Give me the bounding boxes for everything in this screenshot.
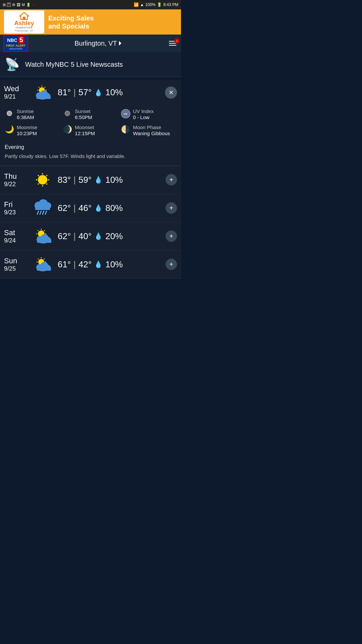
ad-text: Exciting Salesand Specials: [48, 14, 94, 30]
uv-value: 0 - Low: [133, 114, 154, 120]
tower-icon: 📡: [5, 57, 20, 71]
forecast-precip: 80%: [105, 203, 123, 213]
evening-title: Evening: [5, 143, 176, 151]
day-name-wed: Wed: [4, 85, 27, 93]
forecast-day-name: Fri: [4, 200, 27, 209]
expanded-day-header: Wed 9/21: [0, 80, 181, 105]
signal-icon: ▲: [140, 2, 144, 7]
channel-number: 5: [18, 36, 24, 44]
forecast-drop-icon: 💧: [94, 232, 103, 240]
forecast-row-9-24[interactable]: Sat 9/24 62° |: [0, 222, 181, 251]
app-header: NBC 5 FIRST ALERT WEATHER Burlington, VT…: [0, 35, 181, 52]
forecast-temp-sep: |: [73, 259, 76, 270]
weather-container: Wed 9/21: [0, 80, 181, 279]
sunset-detail: Sunset 6:50PM: [63, 108, 118, 120]
house-icon: [19, 12, 29, 20]
forecast-drop-icon: 💧: [94, 204, 103, 212]
sunrise-value: 6:38AM: [17, 114, 34, 120]
svg-point-19: [65, 111, 69, 115]
forecast-temp-low: 40°: [78, 231, 92, 241]
forecast-day-label: Sun 9/25: [4, 257, 27, 272]
moonrise-text: Moonrise 10:23PM: [17, 124, 38, 137]
moonrise-label: Moonrise: [17, 124, 38, 130]
forecast-weather-icon: [31, 199, 54, 217]
expanded-day-wed: Wed 9/21: [0, 80, 181, 166]
forecast-precip: 10%: [105, 259, 123, 270]
svg-rect-51: [37, 239, 51, 243]
battery-percent: 100%: [145, 2, 156, 7]
moonrise-icon: 🌙: [5, 125, 14, 134]
x-icon: ✕: [32, 3, 35, 7]
forecast-weather-icon: [31, 227, 54, 246]
forecast-drop-icon: 💧: [94, 176, 103, 184]
forecast-temp-high: 61°: [58, 259, 71, 270]
forecast-day-date: 9/23: [4, 209, 27, 216]
expand-day-button[interactable]: +: [166, 230, 177, 242]
svg-line-36: [43, 211, 44, 214]
expand-day-button[interactable]: +: [166, 202, 177, 214]
moon-phase-text: Moon Phase Waning Gibbous: [133, 124, 170, 137]
forecast-list: Thu 9/22 83° | 59° 💧 10% +: [0, 166, 181, 279]
ad-banner[interactable]: Ashley HOMESTORE Plattsburgh, NY Excitin…: [0, 9, 181, 35]
expanded-day-temps: 81° | 57° 💧 10%: [58, 87, 162, 98]
expanded-day-label: Wed 9/21: [4, 85, 27, 100]
location-dropdown-icon[interactable]: [119, 41, 121, 46]
temp-sep-wed: |: [73, 87, 76, 98]
forecast-temp-sep: |: [73, 175, 76, 185]
ad-brand-sub: HOMESTORE: [15, 26, 33, 29]
sunset-value: 6:50PM: [75, 114, 92, 120]
forecast-day-name: Sun: [4, 257, 27, 265]
weather-icon-wed: [31, 83, 54, 102]
svg-line-44: [44, 230, 45, 231]
image-icon: 🖼: [17, 3, 20, 7]
uv-icon: UV: [121, 109, 130, 118]
live-news-banner[interactable]: 📡 Watch MyNBC 5 Live Newscasts: [0, 52, 181, 77]
menu-button[interactable]: 1: [168, 40, 178, 47]
usb-icon: ⚙: [12, 3, 15, 7]
svg-line-43: [38, 230, 38, 231]
forecast-row-9-25[interactable]: Sun 9/25 61° |: [0, 251, 181, 279]
close-expanded-button[interactable]: ✕: [165, 87, 177, 99]
svg-point-17: [7, 111, 11, 115]
nbc-label: NBC: [7, 38, 17, 43]
location-display[interactable]: Burlington, VT: [74, 40, 121, 47]
svg-line-25: [38, 175, 39, 176]
expand-day-button[interactable]: +: [166, 259, 177, 270]
uv-circle: UV: [121, 109, 130, 118]
temp-low-wed: 57°: [78, 87, 92, 98]
moon-phase-value: Waning Gibbous: [133, 130, 170, 137]
status-icons: ⊞ 🅃 ⚙ 🖼 M 🔋 ✕: [3, 3, 35, 7]
svg-line-35: [40, 211, 41, 214]
svg-line-28: [46, 183, 47, 184]
forecast-weather-icon: [31, 171, 54, 189]
expand-day-button[interactable]: +: [166, 174, 177, 185]
evening-text: Partly cloudy skies. Low 57F. Winds ligh…: [5, 153, 176, 160]
forecast-day-date: 9/25: [4, 265, 27, 272]
day-detail-grid: Sunrise 6:38AM Sunset 6:50PM: [0, 105, 181, 141]
sunset-icon: [63, 109, 72, 120]
add-icon: ⊞: [3, 3, 6, 7]
svg-rect-1: [23, 17, 25, 19]
svg-line-8: [44, 87, 45, 88]
partly-cloudy-svg: [32, 84, 54, 101]
moonset-text: Moonset 12:15PM: [75, 124, 95, 137]
svg-line-26: [46, 175, 47, 176]
moon-phase-label: Moon Phase: [133, 124, 170, 130]
forecast-temps: 62° | 40° 💧 20%: [58, 231, 162, 241]
status-right-icons: 📶 ▲ 100% 🔋 8:43 PM: [134, 2, 178, 7]
forecast-temp-low: 59°: [78, 175, 92, 185]
moonset-detail: 🌒 Moonset 12:15PM: [63, 124, 118, 137]
forecast-day-name: Sat: [4, 228, 27, 237]
moonset-value: 12:15PM: [75, 130, 95, 137]
forecast-row-9-22[interactable]: Thu 9/22 83° | 59° 💧 10% +: [0, 166, 181, 194]
menu-badge: 1: [174, 38, 180, 44]
forecast-day-date: 9/22: [4, 181, 27, 188]
forecast-temp-high: 62°: [58, 203, 71, 213]
weather-label: WEATHER: [9, 47, 22, 50]
forecast-day-name: Thu: [4, 172, 27, 181]
menu-line-3: [169, 45, 176, 46]
forecast-row-9-23[interactable]: Fri 9/23 62° | 46° 💧 80% +: [0, 194, 181, 222]
moonset-label: Moonset: [75, 124, 95, 130]
sunset-text: Sunset 6:50PM: [75, 108, 92, 120]
forecast-precip: 10%: [105, 175, 123, 185]
